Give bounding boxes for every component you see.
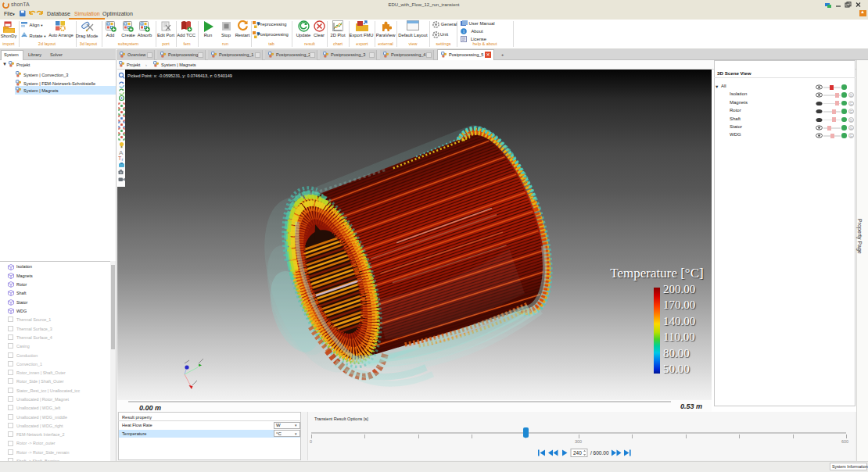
svg-text:0.53 m: 0.53 m [680,402,702,410]
svg-text:110.00: 110.00 [663,331,695,343]
svg-text:140.00: 140.00 [663,315,695,327]
svg-text:50.00: 50.00 [663,363,690,375]
svg-text:240: 240 [573,450,582,456]
svg-text:170.00: 170.00 [663,299,695,311]
svg-text:80.00: 80.00 [663,347,690,359]
svg-text:Picked Point: x: -0.0595231, y: Picked Point: x: -0.0595231, y: 0.074641… [127,73,232,78]
svg-text:Temperature [°C]: Temperature [°C] [610,266,703,281]
svg-text:0.00 m: 0.00 m [139,404,161,412]
svg-text:200.00: 200.00 [663,283,695,295]
svg-text:/ 600.00: / 600.00 [590,450,609,456]
